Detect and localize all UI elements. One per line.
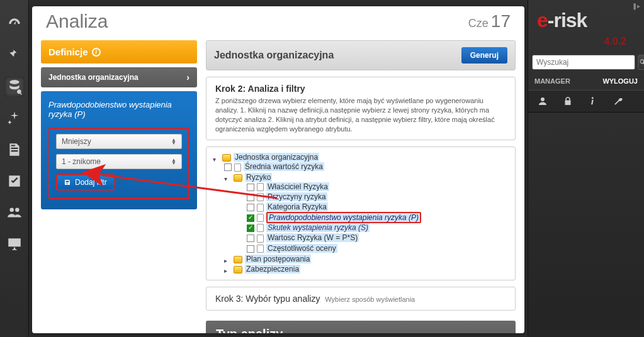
definicje-label: Definicje	[48, 47, 88, 57]
rail-database[interactable]	[4, 77, 25, 97]
tree-item[interactable]: Wartosc Ryzyka (W = P*S)	[247, 233, 509, 243]
tree-causes[interactable]: Przyczyny ryzyka	[266, 192, 327, 201]
save-icon	[64, 179, 71, 186]
tree-item[interactable]: Skutek wystapienia ryzyka (S)	[247, 223, 509, 233]
checkbox[interactable]	[247, 194, 254, 201]
checkbox[interactable]	[247, 204, 254, 211]
checkbox[interactable]	[247, 245, 254, 253]
info-italic-icon[interactable]	[587, 96, 599, 107]
user-icon[interactable]	[537, 96, 548, 107]
rail-users[interactable]	[4, 202, 25, 223]
document-icon	[257, 235, 264, 243]
gauge-icon	[6, 16, 23, 32]
tree-toggle-icon[interactable]	[213, 155, 220, 162]
document-icon	[257, 245, 264, 253]
chevron-right-icon: ›	[186, 72, 189, 82]
document-icon	[257, 224, 264, 232]
tree-ryzyko[interactable]: Ryzyko Właściciel Ryzyka Przyczyny ryzyk…	[224, 172, 509, 254]
page-header: Analiza Cze17	[32, 6, 524, 34]
rail-presentation[interactable]	[4, 234, 25, 254]
wrench-icon[interactable]	[613, 96, 624, 107]
rail-dashboard[interactable]	[4, 14, 25, 34]
right-header: Jednostka organizacyjna Generuj	[206, 40, 516, 70]
tree-ryzyko-label[interactable]: Ryzyko	[245, 173, 272, 182]
info-icon: i	[92, 48, 101, 57]
tree-plan-label[interactable]: Plan postępowania	[245, 255, 311, 263]
definicje-panel[interactable]: Definicje i	[41, 40, 197, 64]
rail-check[interactable]	[4, 171, 25, 191]
checklist-icon	[6, 173, 23, 189]
date-month: Cze	[468, 17, 489, 30]
checkbox-checked[interactable]	[247, 224, 254, 232]
checkbox[interactable]	[247, 184, 254, 191]
spark-icon	[6, 110, 23, 126]
logout-link[interactable]: WYLOGUJ	[602, 77, 638, 85]
tree-toggle-icon[interactable]	[224, 174, 231, 181]
search-input[interactable]	[532, 55, 635, 70]
tree-impact[interactable]: Skutek wystapienia ryzyka (S)	[266, 223, 370, 232]
tree-box: Jednostka organizacyjna Średnia wartość …	[206, 146, 516, 280]
tool-row	[528, 90, 644, 113]
operator-select[interactable]: Mniejszy ▲▼	[56, 134, 182, 149]
tree-safety-label[interactable]: Zabezpieczenia	[245, 265, 300, 273]
tree-toggle-icon[interactable]	[224, 266, 231, 273]
left-icon-rail	[0, 0, 29, 337]
brand: e-risk	[528, 0, 644, 32]
filter-panel: Prawdopodobienstwo wystapienia ryzyka (P…	[41, 91, 197, 209]
logo-e: e	[537, 9, 548, 31]
lock-icon[interactable]	[562, 96, 573, 107]
users-icon	[6, 204, 23, 221]
manager-label: MANAGER	[534, 77, 570, 85]
right-sidebar: ❚▸ e-risk 4.0.2 MANAGER WYLOGUJ	[528, 0, 644, 337]
logo-dash: -	[548, 9, 554, 31]
rail-report[interactable]	[4, 140, 25, 160]
typ-header: Typ analizy	[206, 321, 516, 333]
tree-avg[interactable]: Średnia wartość ryzyka	[244, 162, 324, 171]
step3-box[interactable]: Krok 3: Wybór typu analizy Wybierz sposó…	[206, 287, 516, 311]
expand-icon[interactable]: ❚▸	[632, 3, 640, 9]
tree-root-label[interactable]: Jednostka organizacyjna	[234, 153, 319, 162]
tree-item[interactable]: Średnia wartość ryzyka	[224, 162, 509, 172]
pin-icon	[6, 47, 23, 64]
left-column: Definicje i Jednostka organizacyjna › Pr…	[41, 40, 197, 333]
tree-toggle-icon[interactable]	[224, 256, 231, 263]
search-button[interactable]	[638, 55, 644, 70]
logo-risk: risk	[553, 9, 587, 31]
tree-category[interactable]: Kategoria Ryzyka	[266, 202, 328, 211]
search-icon	[638, 58, 644, 67]
tree-safety[interactable]: Zabezpieczenia	[224, 264, 509, 274]
generate-button[interactable]: Generuj	[461, 47, 507, 64]
operator-value: Mniejszy	[62, 137, 91, 146]
document-icon	[257, 204, 264, 212]
add-filter-button[interactable]: Dodaj filtr	[56, 174, 115, 191]
right-header-title: Jednostka organizacyjna	[214, 50, 334, 61]
filter-panel-title: Prawdopodobienstwo wystapienia ryzyka (P…	[48, 100, 189, 119]
step3-sub: Wybierz sposób wyświetlania	[325, 296, 415, 303]
tree-item[interactable]: Kategoria Ryzyka	[247, 202, 509, 212]
add-filter-label: Dodaj filtr	[75, 178, 107, 187]
rail-anchor[interactable]	[4, 45, 25, 65]
tree-owner[interactable]: Właściciel Ryzyka	[266, 182, 329, 191]
tree-root[interactable]: Jednostka organizacyjna Średnia wartość …	[213, 152, 509, 275]
tree-value[interactable]: Wartosc Ryzyka (W = P*S)	[266, 233, 359, 242]
folder-icon	[222, 154, 231, 162]
tree-prob[interactable]: Prawdopodobienstwo wystapienia ryzyka (P…	[266, 212, 421, 223]
rail-star[interactable]	[4, 108, 25, 128]
tree-item[interactable]: Właściciel Ryzyka	[247, 182, 509, 192]
document-icon	[6, 141, 23, 158]
tree-item[interactable]: Częstotliwość oceny	[247, 243, 509, 253]
version: 4.0.2	[537, 36, 635, 47]
tree-plan[interactable]: Plan postępowania	[224, 254, 509, 264]
jednostka-panel-header[interactable]: Jednostka organizacyjna ›	[41, 67, 197, 87]
logo: e-risk	[537, 9, 587, 32]
value-select[interactable]: 1 - znikome ▲▼	[56, 154, 182, 169]
checkbox-checked[interactable]	[247, 214, 254, 222]
checkbox[interactable]	[247, 235, 254, 242]
tree-item[interactable]: Prawdopodobienstwo wystapienia ryzyka (P…	[247, 213, 509, 223]
tree-freq[interactable]: Częstotliwość oceny	[266, 244, 337, 253]
value-select-value: 1 - znikome	[62, 157, 101, 166]
folder-icon	[234, 174, 242, 182]
checkbox[interactable]	[224, 163, 232, 171]
page-title: Analiza	[46, 11, 108, 32]
tree-item[interactable]: Przyczyny ryzyka	[247, 192, 509, 202]
